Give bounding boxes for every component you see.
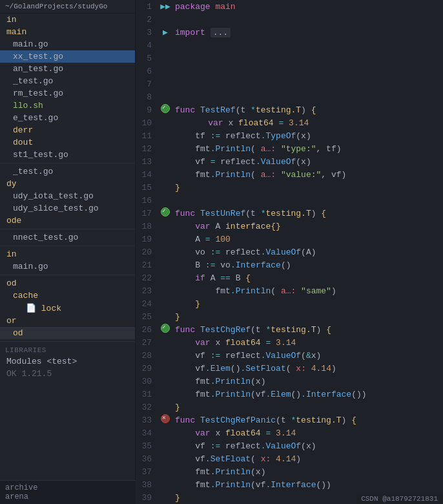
folder-od[interactable]: od: [0, 277, 135, 289]
test-status-red-33[interactable]: [161, 414, 170, 423]
line-27: 27 var x float64 = 3.14: [136, 336, 443, 349]
line-21: 21 B := vo.Interface(): [136, 258, 443, 271]
watermark-line2: arena: [5, 492, 130, 501]
line-num-4: 4: [136, 39, 158, 52]
gutter-17[interactable]: [158, 207, 172, 220]
line-4: 4: [136, 39, 443, 52]
test-status-green-9[interactable]: [161, 104, 170, 113]
line-5: 5: [136, 52, 443, 65]
file-main-go[interactable]: main.go: [0, 38, 135, 50]
line-11: 11 tf := reflect.TypeOf(x): [136, 129, 443, 142]
line-16: 16: [136, 194, 443, 207]
line-28: 28 vf := reflect.ValueOf(&x): [136, 349, 443, 362]
line-9: 9 func TestRef(t *testing.T) {: [136, 103, 443, 116]
line-num-3: 3: [136, 26, 158, 39]
line-30: 30 fmt.Println(x): [136, 375, 443, 388]
line-18: 18 var A interface{}: [136, 220, 443, 233]
line-1: 1 ▶▶ package main: [136, 0, 443, 13]
line-19: 19 A = 100: [136, 233, 443, 246]
file-lock[interactable]: 📄 lock: [0, 302, 135, 315]
csdn-watermark: CSDN @a18792721831: [356, 494, 443, 504]
code-table: 1 ▶▶ package main 2 3 ▶ import ...: [136, 0, 443, 504]
line-content-3: import ...: [172, 26, 443, 39]
gutter-9[interactable]: [158, 103, 172, 116]
line-26: 26 func TestChgRef(t *testing.T) {: [136, 323, 443, 336]
file-tree[interactable]: in main main.go xx_test.go an_test.go _t…: [0, 14, 135, 504]
folder-or[interactable]: or: [0, 315, 135, 327]
section-libraries: Libraries: [0, 344, 135, 355]
folder-main[interactable]: main: [0, 26, 135, 38]
item-sdk[interactable]: OK 1.21.5: [0, 368, 135, 380]
gutter-26[interactable]: [158, 323, 172, 336]
line-25: 25 }: [136, 310, 443, 323]
code-area[interactable]: 1 ▶▶ package main 2 3 ▶ import ...: [136, 0, 443, 504]
line-15: 15 }: [136, 181, 443, 194]
line-content-9: func TestRef(t *testing.T) {: [172, 103, 443, 116]
file-udy-iota[interactable]: udy_iota_test.go: [0, 190, 135, 202]
divider-2: [0, 229, 135, 229]
line-num-2: 2: [136, 13, 158, 26]
file-rm-test-go[interactable]: rm_test.go: [0, 87, 135, 100]
divider-5: [0, 341, 135, 342]
line-num-1: 1: [136, 0, 158, 13]
folder-derr[interactable]: derr: [0, 124, 135, 136]
folder-dout[interactable]: dout: [0, 136, 135, 149]
line-34: 34 var x float64 = 3.14: [136, 426, 443, 439]
line-7: 7: [136, 78, 443, 90]
file-test-go-2[interactable]: _test.go: [0, 165, 135, 178]
line-38: 38 fmt.Println(vf.Interface()): [136, 478, 443, 491]
folder-ode[interactable]: ode: [0, 215, 135, 227]
divider-1: [0, 163, 135, 163]
file-nnect-test[interactable]: nnect_test.go: [0, 231, 135, 244]
gutter-3: ▶: [158, 26, 172, 39]
line-2: 2: [136, 13, 443, 26]
file-xx-test-go[interactable]: xx_test.go: [0, 50, 135, 63]
folder-in-2[interactable]: in: [0, 248, 135, 260]
line-12: 12 fmt.Println( a…: "type:", tf): [136, 142, 443, 155]
file-main-go-2[interactable]: main.go: [0, 260, 135, 273]
file-e-test-go[interactable]: e_test.go: [0, 112, 135, 124]
line-23: 23 fmt.Println( a…: "same"): [136, 284, 443, 297]
line-33: 33 func TestChgRefPanic(t *testing.T) {: [136, 414, 443, 426]
line-content-4: [172, 39, 443, 52]
line-29: 29 vf.Elem().SetFloat( x: 4.14): [136, 362, 443, 375]
folder-od-2[interactable]: od: [0, 327, 135, 339]
folder-dy[interactable]: dy: [0, 178, 135, 190]
watermark-line1: archive: [5, 483, 130, 492]
test-status-green-26[interactable]: [161, 324, 170, 333]
gutter-33[interactable]: [158, 414, 172, 426]
line-14: 14 fmt.Println( a…: "value:", vf): [136, 168, 443, 181]
file-llo-sh[interactable]: llo.sh: [0, 100, 135, 112]
divider-4: [0, 275, 135, 275]
folder-cache[interactable]: cache: [0, 289, 135, 302]
line-13: 13 vf = reflect.ValueOf(x): [136, 155, 443, 168]
file-st1-test-go[interactable]: st1_test.go: [0, 149, 135, 161]
fold-arrow-1[interactable]: ▶▶: [160, 2, 170, 12]
file-an-test-go[interactable]: an_test.go: [0, 63, 135, 75]
gutter-1: ▶▶: [158, 0, 172, 13]
line-35: 35 vf := reflect.ValueOf(x): [136, 439, 443, 452]
line-content-1: package main: [172, 0, 443, 13]
line-17: 17 func TestUnRef(t *testing.T) {: [136, 207, 443, 220]
line-num-9: 9: [136, 103, 158, 116]
file-udy-slice[interactable]: udy_slice_test.go: [0, 202, 135, 215]
item-modules[interactable]: Modules <test>: [0, 355, 135, 368]
gutter-2: [158, 13, 172, 26]
line-content-2: [172, 13, 443, 26]
folder-in[interactable]: in: [0, 14, 135, 26]
fold-arrow-3[interactable]: ▶: [163, 28, 168, 37]
line-22: 22 if A == B {: [136, 271, 443, 284]
line-10: 10 var x float64 = 3.14: [136, 116, 443, 129]
line-32: 32 }: [136, 401, 443, 414]
divider-3: [0, 246, 135, 246]
line-31: 31 fmt.Println(vf.Elem().Interface()): [136, 388, 443, 401]
line-6: 6: [136, 65, 443, 78]
test-status-green-17[interactable]: [161, 207, 170, 216]
line-8: 8: [136, 90, 443, 103]
sidebar-path: ~/GolandProjects/studyGo: [0, 0, 135, 14]
line-36: 36 vf.SetFloat( x: 4.14): [136, 452, 443, 465]
gutter-4: [158, 39, 172, 52]
sidebar-watermark: archive arena: [0, 480, 136, 504]
line-20: 20 vo := reflect.ValueOf(A): [136, 246, 443, 258]
file-test-go-1[interactable]: _test.go: [0, 75, 135, 87]
